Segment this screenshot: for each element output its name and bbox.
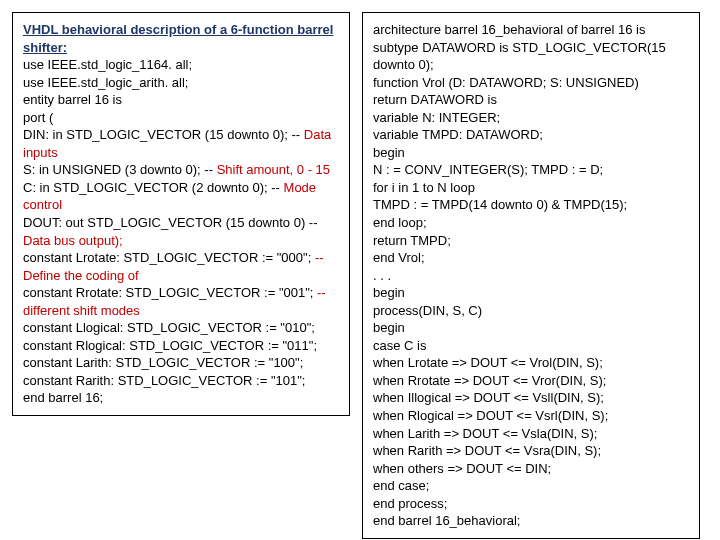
code-comment: Data bus output); bbox=[23, 233, 123, 248]
code-line: end process; bbox=[373, 495, 689, 513]
code-line: begin bbox=[373, 319, 689, 337]
code-line: S: in UNSIGNED (3 downto 0); -- Shift am… bbox=[23, 161, 339, 179]
code-text: end barrel 16; bbox=[23, 390, 103, 405]
code-line: return DATAWORD is bbox=[373, 91, 689, 109]
code-text: port ( bbox=[23, 110, 53, 125]
left-code-box: VHDL behavioral description of a 6-funct… bbox=[12, 12, 350, 416]
code-line: begin bbox=[373, 144, 689, 162]
code-line: process(DIN, S, C) bbox=[373, 302, 689, 320]
code-title: VHDL behavioral description of a 6-funct… bbox=[23, 21, 339, 56]
code-text: constant Lrotate: STD_LOGIC_VECTOR := "0… bbox=[23, 250, 315, 265]
code-line: constant Llogical: STD_LOGIC_VECTOR := "… bbox=[23, 319, 339, 337]
code-text: S: in UNSIGNED (3 downto 0); -- bbox=[23, 162, 217, 177]
code-line: port ( bbox=[23, 109, 339, 127]
code-line: end barrel 16_behavioral; bbox=[373, 512, 689, 530]
code-text: entity barrel 16 is bbox=[23, 92, 122, 107]
code-line: entity barrel 16 is bbox=[23, 91, 339, 109]
code-line: when Larith => DOUT <= Vsla(DIN, S); bbox=[373, 425, 689, 443]
right-code-body: architecture barrel 16_behavioral of bar… bbox=[373, 21, 689, 530]
code-line: . . . bbox=[373, 267, 689, 285]
code-line: case C is bbox=[373, 337, 689, 355]
code-line: TMPD : = TMPD(14 downto 0) & TMPD(15); bbox=[373, 196, 689, 214]
code-line: use IEEE.std_logic_1164. all; bbox=[23, 56, 339, 74]
code-line: constant Rrotate: STD_LOGIC_VECTOR := "0… bbox=[23, 284, 339, 319]
code-comment: Shift amount, 0 - 15 bbox=[217, 162, 330, 177]
code-line: end barrel 16; bbox=[23, 389, 339, 407]
code-line: when Rrotate => DOUT <= Vror(DIN, S); bbox=[373, 372, 689, 390]
code-text: constant Rrotate: STD_LOGIC_VECTOR := "0… bbox=[23, 285, 317, 300]
left-code-body: use IEEE.std_logic_1164. all;use IEEE.st… bbox=[23, 56, 339, 407]
code-line: constant Rarith: STD_LOGIC_VECTOR := "10… bbox=[23, 372, 339, 390]
code-text: constant Larith: STD_LOGIC_VECTOR := "10… bbox=[23, 355, 303, 370]
code-line: DIN: in STD_LOGIC_VECTOR (15 downto 0); … bbox=[23, 126, 339, 161]
code-line: DOUT: out STD_LOGIC_VECTOR (15 downto 0)… bbox=[23, 214, 339, 249]
code-line: end case; bbox=[373, 477, 689, 495]
code-line: when Lrotate => DOUT <= Vrol(DIN, S); bbox=[373, 354, 689, 372]
code-line: use IEEE.std_logic_arith. all; bbox=[23, 74, 339, 92]
code-line: when others => DOUT <= DIN; bbox=[373, 460, 689, 478]
two-column-layout: VHDL behavioral description of a 6-funct… bbox=[12, 12, 708, 539]
code-line: when Rarith => DOUT <= Vsra(DIN, S); bbox=[373, 442, 689, 460]
code-line: return TMPD; bbox=[373, 232, 689, 250]
code-line: N : = CONV_INTEGER(S); TMPD : = D; bbox=[373, 161, 689, 179]
code-text: constant Rarith: STD_LOGIC_VECTOR := "10… bbox=[23, 373, 305, 388]
code-line: constant Rlogical: STD_LOGIC_VECTOR := "… bbox=[23, 337, 339, 355]
code-line: variable N: INTEGER; bbox=[373, 109, 689, 127]
code-text: use IEEE.std_logic_1164. all; bbox=[23, 57, 192, 72]
code-line: variable TMPD: DATAWORD; bbox=[373, 126, 689, 144]
code-line: C: in STD_LOGIC_VECTOR (2 downto 0); -- … bbox=[23, 179, 339, 214]
code-text: constant Llogical: STD_LOGIC_VECTOR := "… bbox=[23, 320, 315, 335]
code-line: function Vrol (D: DATAWORD; S: UNSIGNED) bbox=[373, 74, 689, 92]
code-text: C: in STD_LOGIC_VECTOR (2 downto 0); -- bbox=[23, 180, 284, 195]
code-line: end Vrol; bbox=[373, 249, 689, 267]
code-text: DOUT: out STD_LOGIC_VECTOR (15 downto 0)… bbox=[23, 215, 321, 230]
code-line: architecture barrel 16_behavioral of bar… bbox=[373, 21, 689, 39]
code-line: end loop; bbox=[373, 214, 689, 232]
code-line: when Illogical => DOUT <= Vsll(DIN, S); bbox=[373, 389, 689, 407]
code-text: DIN: in STD_LOGIC_VECTOR (15 downto 0); … bbox=[23, 127, 304, 142]
code-line: for i in 1 to N loop bbox=[373, 179, 689, 197]
code-line: constant Lrotate: STD_LOGIC_VECTOR := "0… bbox=[23, 249, 339, 284]
code-text: use IEEE.std_logic_arith. all; bbox=[23, 75, 188, 90]
right-code-box: architecture barrel 16_behavioral of bar… bbox=[362, 12, 700, 539]
code-line: begin bbox=[373, 284, 689, 302]
code-text: constant Rlogical: STD_LOGIC_VECTOR := "… bbox=[23, 338, 317, 353]
code-line: constant Larith: STD_LOGIC_VECTOR := "10… bbox=[23, 354, 339, 372]
code-line: subtype DATAWORD is STD_LOGIC_VECTOR(15 … bbox=[373, 39, 689, 74]
code-line: when Rlogical => DOUT <= Vsrl(DIN, S); bbox=[373, 407, 689, 425]
